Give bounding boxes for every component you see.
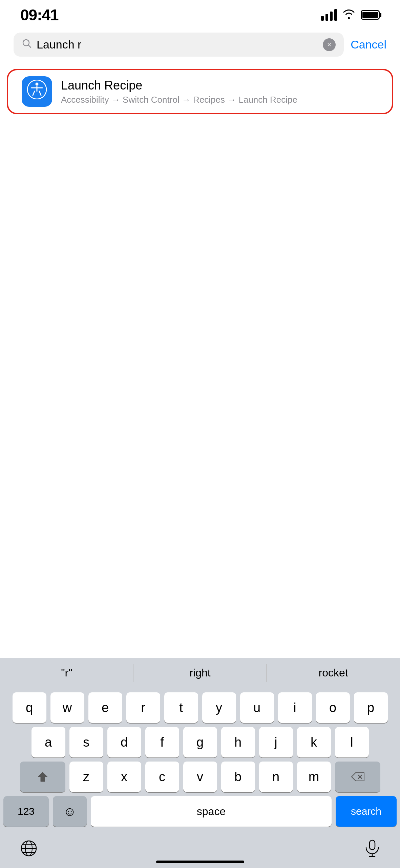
key-s[interactable]: s [69,727,103,757]
key-o[interactable]: o [316,692,350,723]
key-q[interactable]: q [13,692,46,723]
cancel-button[interactable]: Cancel [351,38,386,51]
search-bar[interactable]: Launch r × [14,33,344,57]
key-l[interactable]: l [335,727,369,757]
key-v[interactable]: v [183,762,217,792]
key-row-4: 123 ☺ space search [3,796,397,827]
clear-button[interactable]: × [323,38,336,51]
predictive-item-2[interactable]: rocket [267,658,400,688]
search-key[interactable]: search [336,796,397,827]
key-e[interactable]: e [88,692,122,723]
result-title: Launch Recipe [61,78,297,93]
predictive-item-0[interactable]: "r" [0,658,133,688]
space-key[interactable]: space [91,796,332,827]
numbers-key[interactable]: 123 [3,796,49,827]
emoji-key[interactable]: ☺ [53,796,87,827]
key-g[interactable]: g [183,727,217,757]
key-j[interactable]: j [259,727,293,757]
key-p[interactable]: p [354,692,388,723]
svg-rect-5 [370,840,375,850]
accessibility-icon [27,80,47,103]
signal-icon [321,9,337,21]
svg-point-2 [36,83,39,86]
delete-key[interactable] [335,762,380,792]
key-row-3: z x c v b n m [3,762,397,792]
key-b[interactable]: b [221,762,255,792]
key-k[interactable]: k [297,727,331,757]
battery-icon [361,10,380,20]
globe-icon[interactable] [20,840,37,861]
keyboard-rows: q w e r t y u i o p a s d f g h j k l [0,688,400,827]
status-bar: 09:41 [0,0,400,27]
search-input[interactable]: Launch r [37,38,318,51]
predictive-item-1[interactable]: right [133,658,267,688]
keyboard: "r" right rocket q w e r t y u i o p a s… [0,658,400,868]
predictive-bar: "r" right rocket [0,658,400,688]
result-app-icon [22,76,52,107]
result-path: Accessibility → Switch Control → Recipes… [61,95,297,105]
key-f[interactable]: f [145,727,179,757]
key-z[interactable]: z [69,762,103,792]
results-container: Launch Recipe Accessibility → Switch Con… [0,62,400,121]
key-w[interactable]: w [50,692,84,723]
key-r[interactable]: r [126,692,160,723]
shift-key[interactable] [20,762,65,792]
key-d[interactable]: d [107,727,141,757]
wifi-icon [342,9,355,21]
key-x[interactable]: x [107,762,141,792]
key-row-1: q w e r t y u i o p [3,692,397,723]
status-icons [321,9,380,21]
key-h[interactable]: h [221,727,255,757]
key-n[interactable]: n [259,762,293,792]
key-c[interactable]: c [145,762,179,792]
key-u[interactable]: u [240,692,274,723]
home-indicator [156,861,244,863]
result-text: Launch Recipe Accessibility → Switch Con… [61,78,297,105]
key-row-2: a s d f g h j k l [3,727,397,757]
key-a[interactable]: a [31,727,65,757]
search-container: Launch r × Cancel [0,27,400,62]
key-t[interactable]: t [164,692,198,723]
key-i[interactable]: i [278,692,312,723]
status-time: 09:41 [20,6,59,24]
result-item[interactable]: Launch Recipe Accessibility → Switch Con… [7,69,393,114]
mic-icon[interactable] [365,840,380,861]
search-icon [22,38,32,51]
key-m[interactable]: m [297,762,331,792]
key-y[interactable]: y [202,692,236,723]
